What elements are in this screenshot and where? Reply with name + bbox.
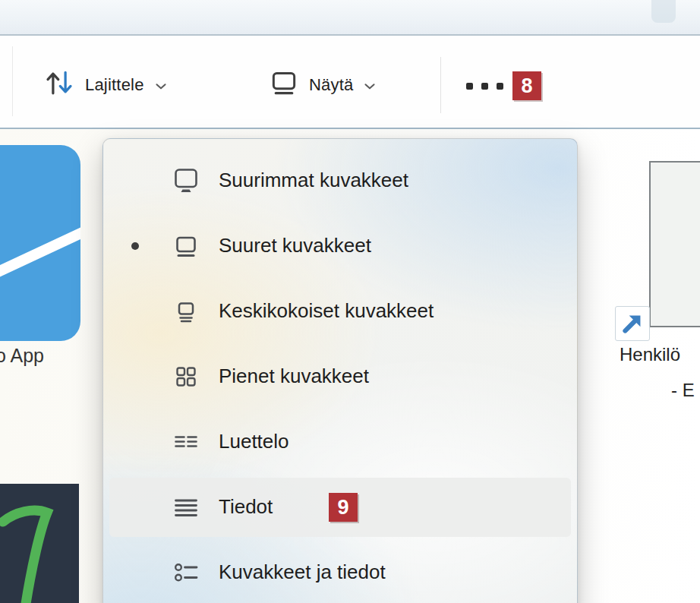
menu-item-label: Keskikokoiset kuvakkeet: [219, 299, 434, 323]
monitor-xl-icon: [173, 168, 199, 194]
menu-item-label: Tiedot: [219, 495, 273, 519]
ellipsis-icon: [466, 83, 503, 90]
toolbar-divider: [440, 57, 441, 113]
menu-item-label: Suuret kuvakkeet: [219, 234, 371, 257]
menu-item-label: Kuvakkeet ja tiedot: [219, 560, 386, 584]
menu-item-label: Suurimmat kuvakkeet: [219, 169, 408, 192]
callout-badge-8: 8: [512, 71, 541, 100]
app-icon-stripe: [0, 224, 80, 301]
shortcut-overlay: [615, 306, 650, 341]
sort-icon: [44, 67, 74, 103]
list-icon: [173, 429, 199, 455]
menu-item-extra-large-icons[interactable]: Suurimmat kuvakkeet: [103, 148, 577, 213]
view-button[interactable]: Näytä: [270, 65, 376, 106]
monitor-l-icon: [173, 233, 199, 259]
callout-badge-9: 9: [329, 493, 358, 522]
toolbar-separator: [12, 46, 13, 116]
chevron-down-icon: [155, 75, 167, 95]
small-icons-icon: [173, 364, 199, 390]
see-more-button[interactable]: 8: [466, 69, 541, 103]
view-button-label: Näytä: [309, 75, 353, 95]
image-thumbnail-tile[interactable]: [0, 484, 79, 603]
menu-item-list[interactable]: Luettelo: [103, 409, 577, 475]
menu-item-small-icons[interactable]: Pienet kuvakkeet: [103, 344, 577, 409]
details-icon: [173, 494, 199, 520]
command-bar: Lajittele Näytä 8: [0, 36, 700, 129]
app-icon[interactable]: [0, 145, 80, 341]
sort-button[interactable]: Lajittele: [44, 65, 167, 106]
file-name-line2: - E: [671, 380, 695, 401]
view-dropdown-menu: Suurimmat kuvakkeet Suuret kuvakkeet Kes…: [102, 138, 578, 603]
view-icon: [270, 68, 298, 102]
menu-item-label: Luettelo: [219, 430, 289, 453]
file-name-line1: Henkilö: [620, 344, 680, 365]
menu-item-large-icons[interactable]: Suuret kuvakkeet: [103, 213, 577, 279]
menu-item-label: Pienet kuvakkeet: [219, 365, 369, 388]
scrollbar-remnant: [651, 0, 676, 23]
green-squiggle: [0, 484, 79, 603]
menu-item-details[interactable]: Tiedot 9: [103, 475, 577, 540]
selected-bullet: [131, 242, 139, 250]
file-icon[interactable]: [649, 161, 700, 327]
sort-button-label: Lajittele: [85, 75, 144, 95]
monitor-m-icon: [173, 298, 199, 324]
chevron-down-icon: [364, 75, 376, 95]
menu-item-medium-icons[interactable]: Keskikokoiset kuvakkeet: [103, 279, 577, 344]
app-icon-label: o App: [0, 345, 44, 367]
menu-item-tiles[interactable]: Kuvakkeet ja tiedot: [103, 540, 577, 603]
window-top-strip: [0, 0, 700, 36]
content-icon: [173, 560, 199, 586]
shortcut-arrow-icon: [617, 308, 648, 339]
